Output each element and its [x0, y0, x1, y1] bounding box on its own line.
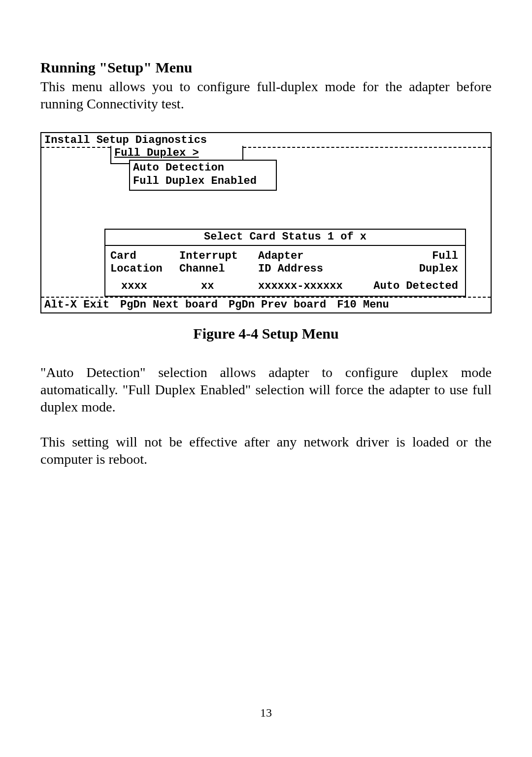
page-number: 13 [0, 706, 532, 720]
figure-caption: Figure 4-4 Setup Menu [40, 325, 492, 342]
menu-install[interactable]: Install [44, 134, 90, 146]
dropdown-label: Full Duplex > [114, 147, 199, 159]
menu-setup[interactable]: Setup [97, 134, 129, 146]
option-full-duplex-enabled[interactable]: Full Duplex Enabled [133, 175, 273, 188]
value-card-location: xxxx [110, 280, 179, 293]
option-auto-detection[interactable]: Auto Detection [133, 162, 273, 174]
footer-pgdn-next[interactable]: PgDn Next board [120, 299, 218, 311]
menu-bar: Install Setup Diagnostics [41, 134, 491, 147]
menu-diagnostics[interactable]: Diagnostics [135, 134, 207, 146]
terminal-footer: Alt-X Exit PgDn Next board PgDn Prev boa… [41, 298, 491, 311]
terminal-screenshot: Install Setup Diagnostics Full Duplex > … [40, 132, 492, 313]
card-status-row: xxxx xx xxxxxx-xxxxxx Auto Detected [105, 279, 465, 296]
dropdown-submenu: Auto Detection Full Duplex Enabled [129, 160, 277, 191]
card-status-panel: Select Card Status 1 of x Card Location … [104, 229, 466, 297]
value-adapter-id: xxxxxx-xxxxxx [258, 280, 360, 293]
paragraph-setting-note: This setting will not be effective after… [40, 433, 492, 468]
footer-f10-menu[interactable]: F10 Menu [337, 299, 389, 311]
footer-pgdn-prev[interactable]: PgDn Prev board [229, 299, 326, 311]
header-full: Full [360, 250, 458, 263]
card-status-title: Select Card Status 1 of x [105, 230, 465, 245]
header-location: Location [110, 263, 179, 275]
header-channel: Channel [179, 263, 258, 275]
value-full-duplex: Auto Detected [360, 280, 460, 293]
paragraph-auto-detection: "Auto Detection" selection allows adapte… [40, 364, 492, 415]
header-id-address: ID Address [258, 263, 360, 275]
footer-altx-exit[interactable]: Alt-X Exit [44, 299, 109, 311]
intro-paragraph: This menu allows you to configure full-d… [40, 78, 492, 112]
header-interrupt: Interrupt [179, 250, 258, 263]
header-adapter: Adapter [258, 250, 360, 263]
card-status-headers: Card Location Interrupt Channel Adapter … [105, 246, 465, 279]
header-duplex: Duplex [360, 263, 458, 275]
section-heading: Running "Setup" Menu [40, 59, 492, 76]
value-interrupt-channel: xx [179, 280, 258, 293]
dropdown-area: Full Duplex > Auto Detection Full Duplex… [41, 147, 491, 196]
header-card: Card [110, 250, 179, 263]
